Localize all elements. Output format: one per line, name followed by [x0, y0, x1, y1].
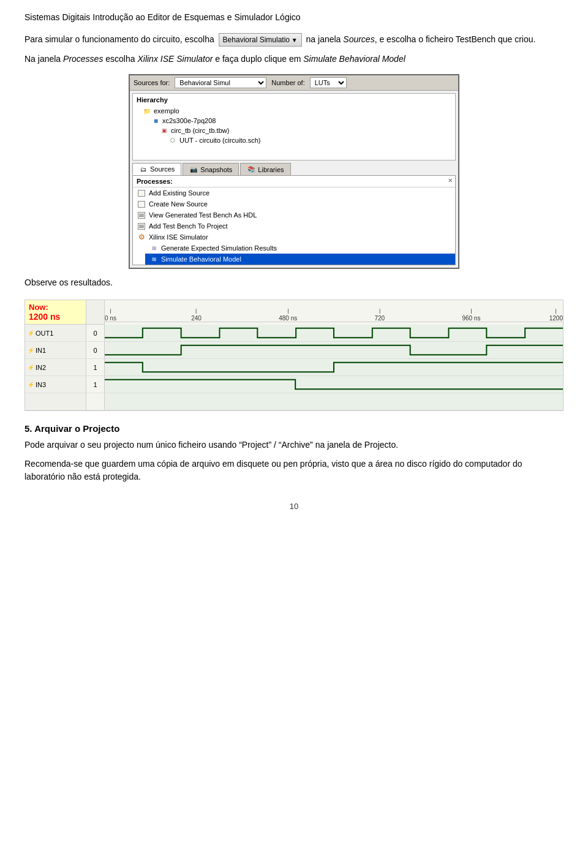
num-of-select[interactable]: LUTs — [310, 77, 347, 88]
signal-row-empty — [25, 393, 563, 410]
para2-end: e faça duplo clique em — [213, 54, 303, 64]
section5-para1: Pode arquivar o seu projecto num único f… — [24, 439, 564, 451]
close-button[interactable]: ✕ — [448, 177, 453, 184]
signal-val-empty — [86, 393, 105, 410]
schematic-icon: ⬡ — [168, 136, 177, 145]
signal-row-in3: ⚡ IN3 1 — [25, 376, 563, 393]
proc-add-existing[interactable]: Add Existing Source — [133, 187, 455, 198]
proc-view-generated-icon — [137, 211, 146, 219]
para1-before: Para simular o funcionamento do circuito… — [24, 34, 214, 44]
now-box: Now: 1200 ns — [25, 300, 86, 325]
para1-after-rest: , e escolha o ficheiro TestBench que cri… — [375, 34, 536, 44]
hierarchy-label: Hierarchy — [137, 96, 451, 104]
proc-generate-expected[interactable]: ≋ Generate Expected Simulation Results — [145, 243, 455, 254]
waveform-section: Now: 1200 ns 0 ns 240 480 ns — [24, 300, 564, 411]
tab-snapshots[interactable]: 📷 Snapshots — [183, 163, 239, 175]
sources-for-select[interactable]: Behavioral Simul — [175, 77, 266, 88]
signal-name-out1: ⚡ OUT1 — [25, 325, 86, 341]
ise-tabs: 🗂 Sources 📷 Snapshots 📚 Libraries — [132, 163, 456, 175]
signal-name-in1: ⚡ IN1 — [25, 342, 86, 358]
tick-960ns: 960 ns — [462, 309, 480, 322]
now-label: Now: — [29, 303, 82, 312]
proc-xilinx-ise[interactable]: ⚙ Xilinx ISE Simulator — [133, 232, 455, 243]
page-number: 10 — [24, 502, 564, 511]
proc-simulate-icon: ≋ — [149, 255, 159, 263]
hier-item-chip[interactable]: ◼ xc2s300e-7pq208 — [151, 116, 451, 126]
signal-val-in3: 1 — [86, 376, 105, 393]
folder-icon: 📁 — [143, 107, 151, 115]
signal-wave-in2 — [105, 359, 563, 376]
num-of-label: Number of: — [271, 79, 304, 86]
ise-window: Sources for: Behavioral Simul Number of:… — [129, 74, 459, 269]
signal-val-in2: 1 — [86, 359, 105, 376]
signal-wave-out1 — [105, 325, 563, 341]
proc-add-test-bench[interactable]: Add Test Bench To Project — [133, 221, 455, 232]
section5-title: 5. Arquivar o Projecto — [24, 423, 564, 434]
libraries-tab-icon: 📚 — [247, 166, 255, 173]
observe-text: Observe os resultados. — [24, 277, 564, 287]
page-title: Sistemas Digitais Introdução ao Editor d… — [24, 12, 564, 22]
proc-view-generated[interactable]: View Generated Test Bench As HDL — [133, 209, 455, 221]
tab-sources[interactable]: 🗂 Sources — [132, 163, 181, 175]
proc-create-new-icon — [137, 200, 146, 208]
tab-libraries[interactable]: 📚 Libraries — [240, 163, 290, 175]
testbench-icon: ▣ — [160, 126, 168, 135]
sig-icon-in1: ⚡ — [28, 347, 34, 353]
section5-para2: Recomenda-se que guardem uma cópia de ar… — [24, 458, 564, 483]
proc-add-existing-icon — [137, 189, 146, 197]
signal-wave-in1 — [105, 342, 563, 358]
sources-for-label: Sources for: — [134, 79, 170, 86]
wave-svg-in1 — [105, 342, 563, 358]
proc-create-new[interactable]: Create New Source — [133, 198, 455, 209]
snapshots-tab-icon: 📷 — [189, 166, 198, 173]
section5-number: 5. — [24, 423, 32, 434]
proc-simulate-behavioral[interactable]: ≋ Simulate Behavioral Model — [145, 254, 455, 265]
hier-item-uut[interactable]: ⬡ UUT - circuito (circuito.sch) — [168, 135, 451, 145]
signal-val-out1: 0 — [86, 325, 105, 341]
para2-before: Na janela — [24, 54, 63, 64]
proc-xilinx-icon: ⚙ — [137, 233, 146, 241]
processes-panel: ✕ Processes: Add Existing Source Create … — [132, 175, 456, 265]
wf-timeline: 0 ns 240 480 ns 720 960 ns — [105, 300, 563, 322]
processes-label: Processes: — [133, 176, 455, 187]
wave-svg-in3 — [105, 376, 563, 393]
hier-item-tb[interactable]: ▣ circ_tb (circ_tb.tbw) — [160, 126, 451, 135]
sig-icon-out1: ⚡ — [28, 330, 34, 336]
xilinx-ise-italic: Xilinx ISE Simulator — [137, 54, 213, 64]
proc-generate-icon: ≋ — [149, 244, 159, 252]
proc-add-test-bench-icon — [137, 222, 146, 230]
sig-icon-in2: ⚡ — [28, 364, 34, 371]
signal-name-in2: ⚡ IN2 — [25, 359, 86, 376]
ise-toolbar: Sources for: Behavioral Simul Number of:… — [130, 75, 458, 91]
section5-title-text: Arquivar o Projecto — [34, 423, 119, 434]
behavioral-simulation-btn[interactable]: Behavioral Simulatio — [219, 33, 302, 47]
sources-tab-icon: 🗂 — [139, 165, 148, 173]
intro-para1: Para simular o funcionamento do circuito… — [24, 33, 564, 47]
signal-wave-in3 — [105, 376, 563, 393]
chip-icon: ◼ — [151, 116, 160, 125]
para2-mid: escolha — [103, 54, 137, 64]
signal-row-in2: ⚡ IN2 1 — [25, 359, 563, 376]
tick-1200: 1200 — [549, 309, 563, 322]
now-value: 1200 ns — [29, 312, 82, 322]
waveform-container: Now: 1200 ns 0 ns 240 480 ns — [24, 300, 564, 411]
processes-italic: Processes — [63, 54, 103, 64]
hierarchy-panel: Hierarchy 📁 exemplo ◼ xc2s300e-7pq208 ▣ … — [132, 93, 456, 160]
wave-svg-out1 — [105, 325, 563, 341]
signal-row-in1: ⚡ IN1 0 — [25, 342, 563, 359]
signal-name-in3: ⚡ IN3 — [25, 376, 86, 393]
signal-val-in1: 0 — [86, 342, 105, 358]
signal-wave-empty — [105, 393, 563, 410]
sources-italic: Sources — [343, 34, 374, 44]
tick-0ns: 0 ns — [105, 309, 116, 322]
tick-480ns: 480 ns — [279, 309, 297, 322]
intro-para2: Na janela Processes escolha Xilinx ISE S… — [24, 53, 564, 66]
tick-720: 720 — [374, 309, 385, 322]
tick-240: 240 — [191, 309, 202, 322]
hier-item-exemplo[interactable]: 📁 exemplo — [143, 106, 451, 116]
sig-icon-in3: ⚡ — [28, 382, 34, 388]
signal-row-out1: ⚡ OUT1 0 — [25, 325, 563, 342]
signal-name-empty — [25, 393, 86, 410]
value-col-header — [86, 300, 105, 325]
wave-svg-in2 — [105, 359, 563, 376]
